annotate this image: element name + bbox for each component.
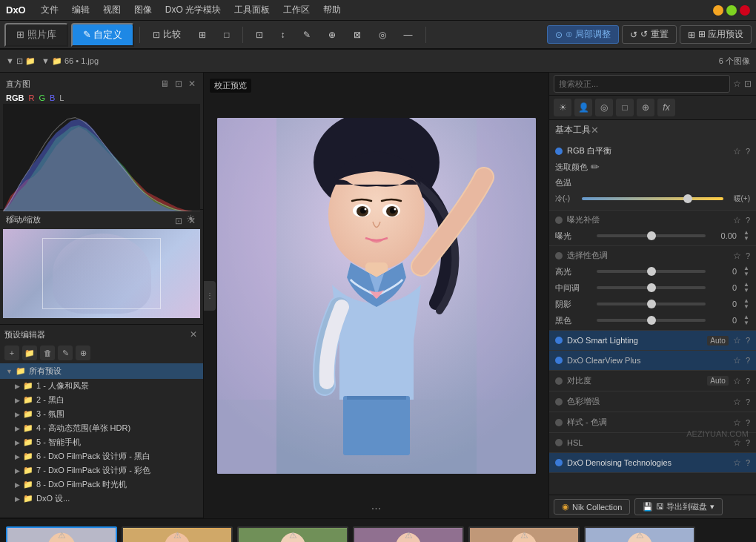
filmstrip-item-6[interactable]: ⚠ 6.jpg (584, 526, 695, 543)
histogram-shadow-icon[interactable]: ☽ (7, 213, 17, 225)
color-enhancement-help-icon[interactable]: ? (746, 397, 750, 406)
filter-icon[interactable]: ▼ ⊡ 📁 (6, 56, 36, 66)
contrast-star-icon[interactable]: ☆ (733, 376, 741, 386)
search-corrections-input[interactable] (554, 75, 730, 93)
close-button[interactable] (740, 5, 750, 16)
preset-delete-button[interactable]: 🗑 (40, 346, 55, 360)
preset-edit-button[interactable]: ✎ (58, 346, 73, 360)
preset-editor-close-icon[interactable]: ✕ (188, 328, 199, 341)
person-tool-icon[interactable]: 👤 (574, 99, 592, 116)
channel-rgb[interactable]: RGB (6, 93, 24, 102)
channel-b[interactable]: B (50, 93, 55, 102)
blacks-thumb[interactable] (647, 316, 656, 325)
wb-star-icon[interactable]: ☆ (733, 146, 741, 156)
temp-slider-container[interactable] (582, 193, 723, 205)
retouch-button[interactable]: ✎ (296, 24, 318, 45)
midtones-thumb[interactable] (647, 283, 656, 292)
light-tool-icon[interactable]: ☀ (554, 99, 571, 116)
smart-lighting-help-icon[interactable]: ? (746, 336, 750, 345)
menu-edit[interactable]: 编辑 (66, 1, 96, 19)
single-button[interactable]: □ (216, 24, 236, 45)
export-to-disk-button[interactable]: 💾 🖫 导出到磁盘 ▾ (634, 498, 723, 515)
highlights-thumb[interactable] (647, 267, 656, 276)
navigator-image[interactable] (3, 229, 200, 318)
basic-tools-close-icon[interactable]: ✕ (591, 125, 599, 136)
preset-folder-9[interactable]: ▶ 📁 DxO 设... (0, 492, 203, 506)
style-tone-help-icon[interactable]: ? (746, 418, 750, 427)
menu-view[interactable]: 视图 (97, 1, 127, 19)
blur-button[interactable]: ◎ (371, 24, 394, 45)
filmstrip-item-3[interactable]: ⚠ 3.jpg (237, 526, 348, 543)
drag-handle[interactable]: ··· (371, 502, 381, 515)
blacks-down-arrow[interactable]: ▼ (743, 320, 750, 326)
preset-import-button[interactable]: ⊕ (76, 346, 90, 360)
channel-l[interactable]: L (59, 93, 64, 102)
smart-lighting-star-icon[interactable]: ☆ (733, 335, 741, 346)
sel-tone-star-icon[interactable]: ☆ (733, 251, 741, 261)
exposure-star-icon[interactable]: ☆ (733, 215, 741, 225)
apply-preset-button[interactable]: ⊞ ⊞ 应用预设 (680, 25, 752, 44)
tab-customize[interactable]: ✎ 自定义 (71, 23, 135, 47)
nik-collection-button[interactable]: ◉ Nik Collection (554, 499, 630, 515)
denoising-star-icon[interactable]: ☆ (733, 457, 741, 468)
menu-help[interactable]: 帮助 (317, 1, 347, 19)
preset-folder-3[interactable]: ▶ 📁 3 - 氛围 (0, 407, 203, 421)
clearview-help-icon[interactable]: ? (746, 356, 750, 365)
mask-button[interactable]: — (397, 24, 420, 45)
tab-library[interactable]: ⊞ 照片库 (4, 23, 68, 47)
eyedropper-icon[interactable]: ✏ (591, 161, 600, 173)
preset-folder-6[interactable]: ▶ 📁 6 - DxO FilmPack 设计师 - 黑白 (0, 449, 203, 463)
filmstrip-item-2[interactable]: ⚠ 2.jpg (122, 526, 233, 543)
basic-tools-header[interactable]: 基本工具 ✕ (549, 120, 756, 140)
main-image-container[interactable] (204, 73, 548, 518)
clearview-star-icon[interactable]: ☆ (733, 355, 741, 366)
menu-workspace[interactable]: 工作区 (277, 1, 316, 19)
exposure-down-arrow[interactable]: ▼ (743, 236, 750, 242)
menu-image[interactable]: 图像 (128, 1, 158, 19)
hsl-help-icon[interactable]: ? (746, 438, 750, 447)
exposure-slider[interactable] (597, 230, 706, 242)
local-adjustment-button[interactable]: ⊙ ⊙ 局部调整 (547, 25, 619, 44)
histogram-highlight-icon[interactable]: ☀ (186, 213, 196, 225)
preset-folder-8[interactable]: ▶ 📁 8 - DxO FilmPack 时光机 (0, 477, 203, 492)
reset-button[interactable]: ↺ ↺ 重置 (622, 25, 676, 44)
channel-r[interactable]: R (28, 93, 34, 102)
preset-folder-2[interactable]: ▶ 📁 2 - 黑白 (0, 393, 203, 407)
search-star-icon[interactable]: ☆ (733, 79, 741, 89)
compare-button[interactable]: ⊡ 比较 (145, 24, 188, 45)
search-filter-icon[interactable]: ⊡ (744, 79, 752, 89)
blacks-slider[interactable] (597, 314, 706, 326)
preset-folder-4[interactable]: ▶ 📁 4 - 高动态范围(单张 HDR) (0, 421, 203, 435)
preset-folder-5[interactable]: ▶ 📁 5 - 智能手机 (0, 435, 203, 449)
style-tone-star-icon[interactable]: ☆ (733, 417, 741, 428)
midtones-down-arrow[interactable]: ▼ (743, 288, 750, 294)
preset-folder-1[interactable]: ▶ 📁 1 - 人像和风景 (0, 379, 203, 393)
exposure-thumb[interactable] (647, 231, 656, 240)
filmstrip-item-1[interactable]: ⚠ 1.jpg (6, 526, 117, 543)
lens-tool-icon[interactable]: ◎ (595, 99, 613, 116)
hsl-star-icon[interactable]: ☆ (733, 437, 741, 448)
shadows-thumb[interactable] (647, 300, 656, 308)
maximize-button[interactable] (726, 5, 737, 16)
detail-tool-icon[interactable]: ⊕ (637, 99, 654, 116)
filmstrip-item-4[interactable]: ⚠ 4.jpg (353, 526, 464, 543)
wb-help-icon[interactable]: ? (746, 147, 750, 156)
red-eye-button[interactable]: ⊕ (321, 24, 343, 45)
left-resize-handle[interactable]: ⋮ (204, 281, 216, 311)
shadows-slider[interactable] (597, 298, 706, 310)
temp-slider-thumb[interactable] (683, 194, 692, 203)
preset-all-folder[interactable]: ▼ 📁 所有预设 (0, 363, 203, 379)
minimize-button[interactable] (713, 5, 723, 16)
color-enhancement-star-icon[interactable]: ☆ (733, 397, 741, 407)
filmstrip-item-5[interactable]: ⚠ 5.jpg (468, 526, 580, 543)
menu-panel[interactable]: 工具面板 (228, 1, 276, 19)
menu-optics[interactable]: DxO 光学模块 (159, 1, 227, 19)
perspective-button[interactable]: ⊠ (346, 24, 368, 45)
midtones-slider[interactable] (597, 282, 706, 294)
contrast-help-icon[interactable]: ? (746, 377, 750, 386)
geometry-tool-icon[interactable]: □ (616, 99, 634, 116)
menu-file[interactable]: 文件 (35, 1, 64, 19)
preset-folder-button[interactable]: 📁 (22, 346, 37, 360)
channel-g[interactable]: G (39, 93, 45, 102)
horizon-button[interactable]: ↕ (273, 24, 293, 45)
